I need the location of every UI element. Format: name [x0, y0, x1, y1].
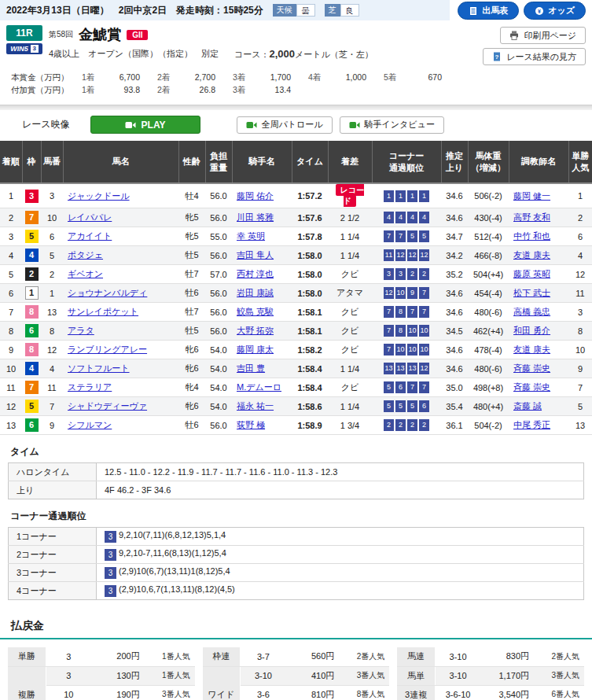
horse-name-link[interactable]: サンレイポケット [68, 307, 138, 316]
jockey-link[interactable]: 藤岡 康太 [237, 344, 274, 354]
frame-number-badge: 1 [25, 286, 39, 300]
horse-name-link[interactable]: アカイイト [68, 231, 112, 241]
horse-name-link[interactable]: レイパパレ [68, 212, 112, 222]
patrol-video-button[interactable]: 全周パトロール [237, 116, 333, 134]
jockey-link[interactable]: M.デムーロ [237, 382, 281, 392]
carried-weight: 56.0 [205, 208, 232, 227]
payout-table-group: 単勝3200円1番人気複勝3130円1番人気10190円3番人気6370円7番人… [8, 647, 195, 700]
jockey-link[interactable]: 幸 英明 [237, 231, 265, 241]
jockey-link[interactable]: 福永 祐一 [237, 401, 274, 411]
column-header: 性齢 [178, 141, 205, 183]
finish-position: 7 [0, 303, 22, 322]
payout-amount: 1,170円 [480, 666, 539, 685]
trainer-link[interactable]: 高橋 義忠 [513, 307, 550, 316]
last-3f: 34.5 [441, 322, 468, 341]
race-conditions: 4歳以上 オープン（国際）（指定） 別定 [49, 48, 219, 61]
payout-heading: 払戻金 [0, 619, 592, 638]
print-button[interactable]: 印刷用ページ [500, 27, 586, 44]
carried-weight: 56.0 [205, 416, 232, 435]
trainer-link[interactable]: 中竹 和也 [513, 231, 550, 241]
corner-position-box: 7 [384, 230, 394, 242]
carried-weight: 56.0 [205, 284, 232, 303]
trainer-link[interactable]: 和田 勇介 [513, 326, 550, 335]
jockey-link[interactable]: 西村 淳也 [237, 269, 274, 278]
time-heading: タイム [10, 445, 584, 459]
svg-text:¥: ¥ [538, 8, 541, 13]
payout-row: 枠連3-7560円2番人気 [203, 647, 390, 666]
prize-pair: 1着93.8 [82, 85, 157, 96]
trainer-link[interactable]: 中尾 秀正 [513, 420, 550, 429]
odds-button[interactable]: ¥ オッズ [524, 2, 586, 20]
margin-cell: アタマ [328, 284, 372, 303]
horse-name-link[interactable]: ランブリングアレー [68, 344, 147, 354]
horse-name-link[interactable]: ポタジェ [68, 250, 103, 260]
corner-position-box: 7 [384, 325, 394, 337]
last-furlongs-value: 4F 46.2 - 3F 34.6 [97, 481, 584, 499]
jockey-link[interactable]: 藤岡 佑介 [237, 191, 274, 201]
payout-combination: 3-6 [241, 685, 286, 700]
payout-row: 3連複3-6-103,540円6番人気 [397, 685, 584, 700]
corner-order-table: 1コーナー 39,2,10(7,11)(6,8,12,13)5,1,4 2コーナ… [8, 527, 584, 600]
frame-cell: 6 [22, 416, 41, 435]
sex-age: 牡7 [178, 265, 205, 284]
svg-text:?: ? [495, 53, 499, 61]
trainer-link[interactable]: 藤原 英昭 [513, 269, 550, 278]
jockey-link[interactable]: 川田 将雅 [237, 212, 274, 222]
corner-position-box: 2 [384, 419, 394, 431]
horse-name-link[interactable]: ステラリア [68, 382, 112, 392]
margin-cell: クビ [328, 303, 372, 322]
horse-name-link[interactable]: アラタ [68, 326, 94, 335]
jockey-link[interactable]: 吉田 隼人 [237, 250, 274, 260]
jockey-link[interactable]: 大野 拓弥 [237, 326, 274, 335]
horse-name-link[interactable]: ジャックドール [68, 191, 130, 201]
race-title: 金鯱賞 [79, 25, 121, 44]
payout-combination: 3 [46, 666, 91, 685]
horse-name-link[interactable]: ソフトフルート [68, 363, 130, 373]
finish-time: 1:58.1 [292, 303, 328, 322]
jockey-link[interactable]: 岩田 康誠 [237, 288, 274, 297]
play-button[interactable]: PLAY [90, 116, 200, 134]
entries-button[interactable]: 出馬表 [458, 2, 519, 20]
trainer-link[interactable]: 友道 康夫 [513, 250, 550, 260]
trainer-cell: 藤原 英昭 [509, 265, 568, 284]
jockey-link[interactable]: 鮫島 克駿 [237, 307, 274, 316]
corner-position-box: 1 [419, 190, 429, 202]
horse-name-link[interactable]: シャドウディーヴァ [68, 401, 147, 411]
trainer-link[interactable]: 友道 康夫 [513, 344, 550, 354]
course-label: コース： [234, 50, 270, 59]
payout-popularity: 3番人気 [344, 666, 389, 685]
last-furlongs-row: 上り 4F 46.2 - 3F 34.6 [9, 481, 584, 499]
trainer-link[interactable]: 松下 武士 [513, 288, 550, 297]
trainer-link[interactable]: 斉藤 崇史 [513, 382, 550, 392]
horse-name-cell: レイパパレ [63, 208, 178, 227]
trainer-link[interactable]: 藤岡 健一 [513, 191, 550, 201]
horse-name-cell: シフルマン [63, 416, 178, 435]
win5-label: WIN5 [10, 45, 28, 53]
last-3f: 34.6 [441, 303, 468, 322]
corner-position-box: 2 [395, 419, 406, 431]
video-camera-icon [125, 121, 136, 129]
horse-name-link[interactable]: ショウナンバルディ [68, 288, 147, 297]
horse-name-link[interactable]: ギベオン [68, 269, 103, 278]
jockey-link[interactable]: 荻野 極 [237, 420, 265, 429]
corner-positions: 13131312 [372, 359, 441, 378]
prize-place: 4着 [308, 72, 321, 83]
horse-weight: 462(+4) [468, 322, 509, 341]
trainer-link[interactable]: 斉藤 崇史 [513, 363, 550, 373]
printer-icon [509, 31, 519, 40]
horse-name-cell: アラタ [63, 322, 178, 341]
payout-row: 単勝3200円1番人気 [8, 647, 195, 666]
corner-position-box: 11 [384, 249, 394, 261]
jockey-link[interactable]: 吉田 豊 [237, 363, 265, 373]
finish-time: 1:58.4 [292, 378, 328, 397]
trainer-link[interactable]: 斎藤 誠 [513, 401, 542, 411]
guide-button[interactable]: ? レース結果の見方 [483, 48, 586, 65]
payout-amount: 560円 [286, 647, 344, 666]
trainer-link[interactable]: 高野 友和 [513, 212, 550, 222]
horse-weight: 480(+4) [468, 397, 509, 416]
horse-name-link[interactable]: シフルマン [68, 420, 112, 429]
frame-cell: 8 [22, 303, 41, 322]
payout-popularity: 6番人気 [539, 685, 584, 700]
corner-position-box: 4 [395, 212, 406, 223]
jockey-interview-button[interactable]: 騎手インタビュー [340, 116, 444, 134]
